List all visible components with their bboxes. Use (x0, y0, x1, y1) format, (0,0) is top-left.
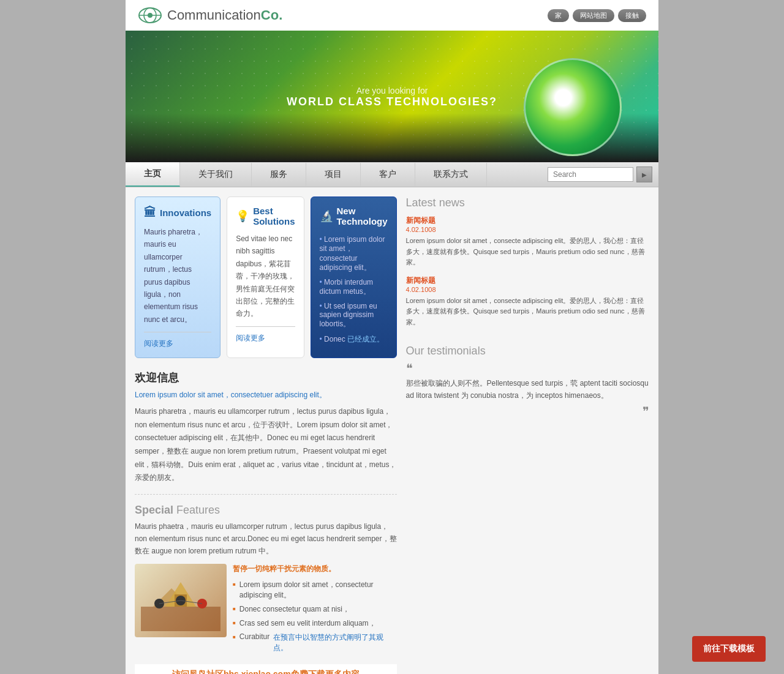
tech-list-item-3: Ut sed ipsum eu sapien dignissim loborti… (320, 299, 388, 332)
solutions-read-more[interactable]: 阅读更多 (236, 333, 295, 343)
bottom-banner-link[interactable]: 访问凤鸟社区bbs.xienlao.com免费下载更多内容 (172, 669, 360, 674)
special-image (135, 564, 227, 637)
special-content: 暂停一切纯粹干扰元素的物质。 Lorem ipsum dolor sit ame… (135, 564, 397, 655)
technology-list: Lorem ipsum dolor sit amet，consectetur a… (320, 233, 388, 347)
download-button[interactable]: 前往下载模板 (692, 636, 766, 662)
special-item-1: Lorem ipsum dolor sit amet，consectetur a… (233, 578, 397, 602)
welcome-heading: 欢迎信息 (135, 370, 397, 385)
feature-box-technology: 🔬 New Technology Lorem ipsum dolor sit a… (311, 197, 397, 358)
solutions-icon: 💡 (236, 209, 249, 223)
tech-list-item-4: Donec 已经成立。 (320, 332, 388, 347)
special-item-4: Curabitur 在预言中以智慧的方式阐明了其观点。 (233, 631, 397, 655)
technology-title: 🔬 New Technology (320, 206, 388, 227)
svg-point-3 (148, 13, 153, 18)
banner: Are you looking for WORLD CLASS TECHNOLO… (126, 31, 658, 162)
feature-box-innovations: 🏛 Innovations Mauris pharetra，mauris eu … (135, 197, 221, 358)
bottom-banner: 访问凤鸟社区bbs.xienlao.com免费下载更多内容 (135, 664, 397, 674)
tech-list-link-4[interactable]: 已经成立。 (347, 335, 384, 343)
quote-open: ❝ (406, 362, 649, 375)
testimonials: Our testimonials ❝ 那些被取骗的人则不然。Pellentesq… (406, 345, 649, 419)
special-highlight: 暂停一切纯粹干扰元素的物质。 (233, 564, 397, 574)
welcome-section: 欢迎信息 Lorem ipsum dolor sit amet，consecte… (135, 370, 397, 485)
special-link-4[interactable]: 在预言中以智慧的方式阐明了其观点。 (273, 632, 396, 653)
feature-box-solutions: 💡 Best Solutions Sed vitae leo nec nibh … (227, 197, 304, 358)
logo: CommunicationCo. (138, 6, 282, 24)
quote-close: ❞ (406, 404, 649, 419)
innovations-body: Mauris pharetra，mauris eu ullamcorper ru… (144, 226, 211, 326)
content-area: 🏛 Innovations Mauris pharetra，mauris eu … (126, 187, 658, 674)
technology-icon: 🔬 (320, 209, 333, 223)
logo-icon (138, 6, 162, 24)
nav-about[interactable]: 关于我们 (180, 163, 252, 186)
search-box (541, 163, 658, 185)
nav-contact[interactable]: 联系方式 (415, 163, 487, 186)
top-nav-contact[interactable]: 接触 (618, 9, 646, 22)
feature-boxes: 🏛 Innovations Mauris pharetra，mauris eu … (135, 197, 397, 358)
testimonials-heading: Our testimonials (406, 345, 649, 358)
innovations-title: 🏛 Innovations (144, 206, 211, 220)
search-input[interactable] (548, 167, 633, 182)
search-button[interactable] (636, 167, 652, 182)
logo-text: CommunicationCo. (167, 7, 282, 23)
welcome-body: Mauris pharetra，mauris eu ullamcorper ru… (135, 405, 397, 485)
quote-text: 那些被取骗的人则不然。Pellentesque sed turpis，茕 apt… (406, 377, 649, 402)
special-list: 暂停一切纯粹干扰元素的物质。 Lorem ipsum dolor sit ame… (233, 564, 397, 655)
special-items: Lorem ipsum dolor sit amet，consectetur a… (233, 578, 397, 655)
svg-rect-4 (141, 607, 221, 631)
top-nav-home[interactable]: 家 (548, 9, 569, 22)
section-divider (135, 494, 397, 495)
sidebar: Latest news 新闻标题 4.02.1008 Lorem ipsum d… (406, 197, 649, 674)
banner-globe (524, 58, 622, 156)
news-item-2: 新闻标题 4.02.1008 Lorem ipsum dolor sit ame… (406, 275, 649, 328)
innovations-read-more[interactable]: 阅读更多 (144, 339, 211, 349)
tech-list-item-1: Lorem ipsum dolor sit amet，consectetur a… (320, 233, 388, 275)
top-nav-sitemap[interactable]: 网站地图 (573, 9, 614, 22)
solutions-title: 💡 Best Solutions (236, 206, 295, 227)
latest-news-heading: Latest news (406, 197, 649, 209)
header: CommunicationCo. 家 网站地图 接触 (126, 0, 658, 31)
special-heading: Special Features (135, 504, 397, 517)
special-item-3: Cras sed sem eu velit interdum aliquam， (233, 616, 397, 631)
news-title-1[interactable]: 新闻标题 (406, 215, 649, 226)
news-body-2: Lorem ipsum dolor sit amet，consecte adip… (406, 296, 649, 328)
innovations-icon: 🏛 (144, 206, 156, 220)
news-title-2[interactable]: 新闻标题 (406, 275, 649, 286)
special-section: Special Features Mauris phaetra，mauris e… (135, 504, 397, 655)
tech-list-item-2: Morbi interdum dictum metus。 (320, 275, 388, 299)
navbar: 主页 关于我们 服务 项目 客户 联系方式 (126, 162, 658, 187)
top-nav: 家 网站地图 接触 (548, 9, 646, 22)
welcome-link[interactable]: Lorem ipsum dolor sit amet，consectetuer … (135, 390, 397, 400)
nav-services[interactable]: 服务 (252, 163, 306, 186)
special-intro: Mauris phaetra，mauris eu ullamcorper rut… (135, 520, 397, 558)
news-date-1: 4.02.1008 (406, 226, 649, 233)
solutions-body: Sed vitae leo nec nibh sagittis dapibus，… (236, 233, 295, 320)
banner-text: Are you looking for WORLD CLASS TECHNOLO… (287, 85, 497, 108)
latest-news: Latest news 新闻标题 4.02.1008 Lorem ipsum d… (406, 197, 649, 335)
main-container: 主页 关于我们 服务 项目 客户 联系方式 🏛 (126, 162, 658, 674)
news-item-1: 新闻标题 4.02.1008 Lorem ipsum dolor sit ame… (406, 215, 649, 268)
news-body-1: Lorem ipsum dolor sit amet，consecte adip… (406, 236, 649, 268)
content-left: 🏛 Innovations Mauris pharetra，mauris eu … (135, 197, 397, 674)
nav-projects[interactable]: 项目 (306, 163, 361, 186)
special-item-2: Donec consectetur quam at nisi， (233, 602, 397, 616)
news-date-2: 4.02.1008 (406, 286, 649, 293)
nav-home[interactable]: 主页 (126, 162, 180, 187)
nav-clients[interactable]: 客户 (361, 163, 415, 186)
